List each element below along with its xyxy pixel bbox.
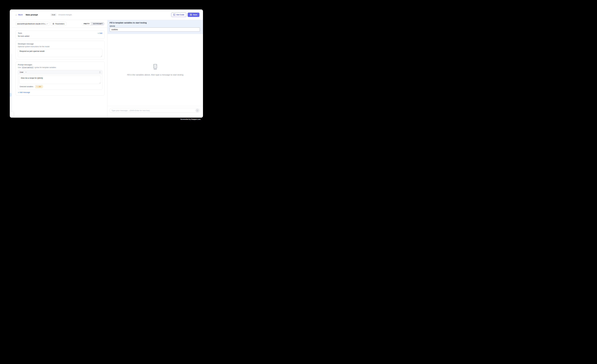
prompt-messages-subtitle: Use {{variable}} syntax for template var… <box>18 67 102 68</box>
chat-empty-state: Fill in the variables above, then type a… <box>108 34 203 106</box>
template-variables-section: Fill in template variables to start test… <box>108 20 203 34</box>
sidebar-active-item-fragment <box>10 93 12 97</box>
add-message-button[interactable]: + Add message <box>18 91 102 93</box>
model-selector-value: aws/anthropic/bedrock-claude-3-5-s... <box>17 23 47 25</box>
save-icon <box>190 14 192 16</box>
detected-variables-label: Detected variables: <box>20 86 34 88</box>
developer-message-title: Developer message <box>18 43 102 45</box>
page-title: New prompt <box>26 14 38 16</box>
template-variables-title: Fill in template variables to start test… <box>110 22 200 24</box>
chat-empty-text: Fill in the variables above, then type a… <box>127 74 183 76</box>
watermark-text: Screenshot by Xnapper.com <box>181 118 201 120</box>
variable-value-input[interactable] <box>110 28 200 31</box>
chevron-down-icon[interactable] <box>25 72 27 73</box>
view-mode-toggle: PRETTY DOTPROMPT <box>82 22 104 25</box>
test-panel: Fill in template variables to start test… <box>107 20 203 118</box>
chat-input-area: ↑ <box>108 106 203 118</box>
back-arrow-icon: ← <box>15 14 17 16</box>
chat-message-input[interactable] <box>110 108 200 113</box>
back-label: Back <box>18 14 23 16</box>
save-label: Save <box>193 14 197 16</box>
pencil-icon: ✎ <box>37 86 38 87</box>
unsaved-changes-text: Unsaved changes <box>58 14 72 16</box>
variable-chip-name: dish <box>38 86 41 88</box>
editor-content: Tools + Add No tools added Developer mes… <box>12 28 107 118</box>
toggle-dotprompt[interactable]: DOTPROMPT <box>91 22 104 25</box>
back-button[interactable]: ← Back <box>15 14 23 16</box>
variable-key-label: {{dish}} <box>110 25 200 27</box>
prompt-message-block: User Give me a recipe for {{dish}} <box>18 70 102 90</box>
editor-panel: aws/anthropic/bedrock-claude-3-5-s... ⚙ … <box>12 20 107 118</box>
tools-card: Tools + Add No tools added <box>16 30 105 39</box>
send-arrow-icon: ↑ <box>197 110 198 112</box>
model-selector[interactable]: aws/anthropic/bedrock-claude-3-5-s... <box>16 22 49 26</box>
header-bar: ← Back New prompt Draft Unsaved changes … <box>10 9 203 20</box>
developer-message-card: Developer message Optional system instru… <box>16 41 105 60</box>
get-code-button[interactable]: Get Code <box>171 13 186 17</box>
user-message-textarea[interactable]: Give me a recipe for {{dish}} <box>19 76 101 84</box>
add-tool-label: Add <box>99 32 102 34</box>
tools-empty-text: No tools added <box>18 35 102 37</box>
toggle-pretty[interactable]: PRETTY <box>82 22 91 25</box>
parameters-button[interactable]: ⚙ Parameters <box>51 22 66 26</box>
collapsed-sidebar-strip <box>10 20 12 118</box>
add-tool-button[interactable]: + Add <box>98 32 102 34</box>
prompt-editor-window: ← Back New prompt Draft Unsaved changes … <box>10 9 203 118</box>
parameters-label: Parameters <box>55 23 64 25</box>
developer-message-subtitle: Optional system instructions for the mod… <box>18 46 102 48</box>
gear-icon: ⚙ <box>53 23 54 25</box>
variable-syntax-chip: {{variable}} <box>21 67 34 68</box>
send-button[interactable]: ↑ <box>196 109 199 112</box>
tools-title: Tools <box>18 32 22 34</box>
plus-icon: + <box>98 32 99 34</box>
drag-handle-icon[interactable] <box>99 71 101 73</box>
prompt-messages-title: Prompt messages <box>18 64 102 66</box>
add-message-label: Add message <box>20 91 30 93</box>
status-badge: Draft <box>51 13 56 16</box>
plus-icon: + <box>18 91 19 93</box>
chat-input-row: ↑ <box>110 108 200 113</box>
role-select-value[interactable]: User <box>20 71 23 73</box>
subtitle-suffix: syntax for template variables <box>34 67 56 68</box>
message-role-row: User <box>18 70 102 74</box>
save-button[interactable]: Save <box>188 13 199 17</box>
variable-chip-dish[interactable]: ✎ dish <box>35 85 43 88</box>
prompt-messages-card: Prompt messages Use {{variable}} syntax … <box>16 62 105 96</box>
subtitle-prefix: Use <box>18 67 21 68</box>
chevron-down-icon <box>47 23 48 24</box>
terminal-icon <box>173 14 175 16</box>
detected-variables-row: Detected variables: ✎ dish <box>18 84 102 90</box>
editor-toolbar: aws/anthropic/bedrock-claude-3-5-s... ⚙ … <box>12 20 107 28</box>
robot-face-icon <box>152 64 158 70</box>
developer-message-textarea[interactable]: Respond as jack sparrow would <box>18 49 102 57</box>
sidebar-popover-fragment <box>10 112 14 117</box>
get-code-label: Get Code <box>176 14 184 16</box>
